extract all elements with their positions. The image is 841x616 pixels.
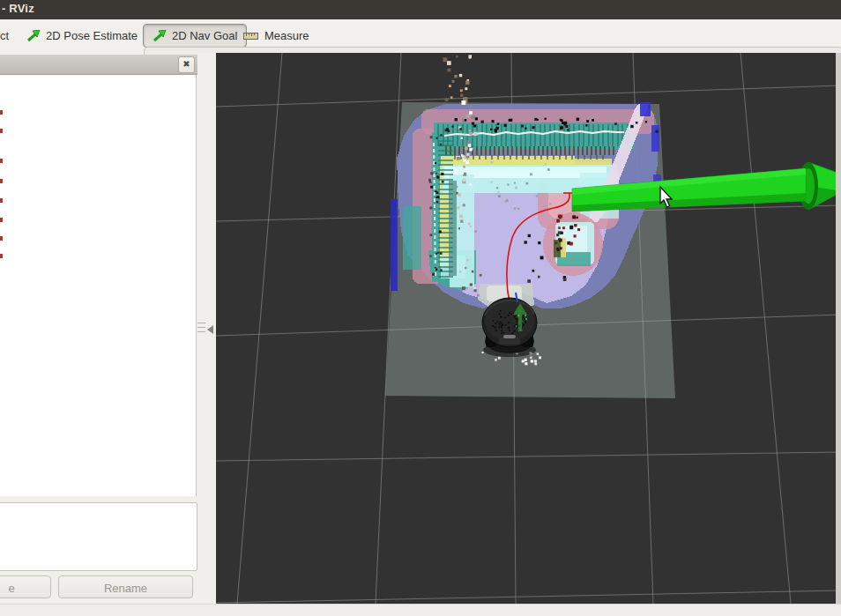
cropped-status-icon (0, 218, 3, 222)
window-titlebar: - RViz (0, 0, 841, 20)
cropped-status-icon (0, 198, 3, 203)
cropped-status-icon (0, 159, 3, 163)
panel-titlebar: ✖ (0, 55, 197, 75)
tool-button-truncated[interactable]: ct (0, 29, 9, 42)
panel-splitter[interactable] (197, 53, 216, 604)
green-arrow-icon (26, 30, 41, 42)
right-dock-splitter[interactable] (836, 53, 841, 604)
rename-button[interactable]: Rename (58, 575, 193, 598)
3d-viewport[interactable] (216, 53, 841, 604)
displays-panel-list[interactable] (0, 75, 197, 496)
rviz-window: - RViz ct 2D Pose Estimate 2D Nav Goal M… (0, 0, 841, 616)
cropped-status-icon (0, 254, 3, 258)
collapse-panel-icon[interactable] (207, 325, 213, 334)
status-bar (0, 604, 841, 616)
tool-button-label: 2D Nav Goal (172, 29, 237, 42)
close-icon[interactable]: ✖ (178, 56, 195, 73)
panel-button-truncated[interactable]: e (0, 575, 51, 598)
cropped-status-icon (0, 179, 3, 183)
green-arrow-icon (153, 30, 167, 42)
tool-button-measure[interactable]: Measure (243, 29, 309, 42)
cropped-status-icon (0, 110, 3, 115)
tool-button-2d-pose-estimate[interactable]: 2D Pose Estimate (26, 29, 138, 42)
tool-button-2d-nav-goal[interactable]: 2D Nav Goal (143, 24, 247, 48)
cropped-status-icon (0, 129, 3, 133)
cropped-status-icon (0, 236, 3, 241)
tool-button-label: 2D Pose Estimate (46, 29, 138, 42)
ruler-icon (243, 32, 259, 41)
panel-description-box (0, 502, 197, 571)
window-title: - RViz (2, 2, 34, 15)
tool-button-label: Measure (264, 29, 309, 42)
